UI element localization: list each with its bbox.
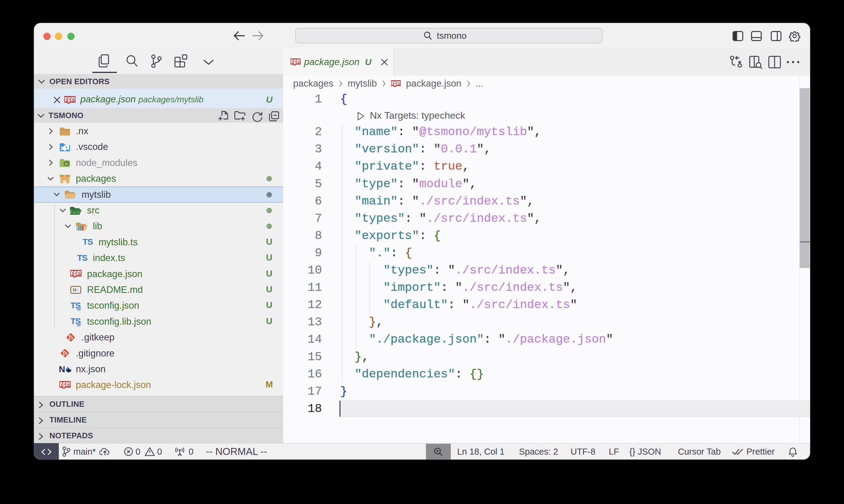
svg-text:js: js bbox=[65, 162, 68, 165]
svg-text:</>: </> bbox=[72, 211, 80, 215]
